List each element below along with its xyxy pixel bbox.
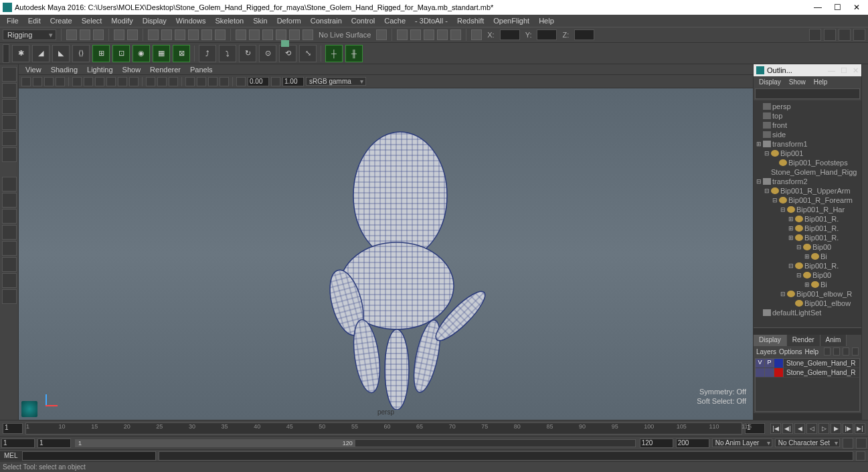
layout-three-icon[interactable] xyxy=(2,241,17,256)
step-back-icon[interactable]: ◀ xyxy=(794,423,805,434)
outliner-hscrollbar[interactable] xyxy=(754,327,861,334)
panel-lights-icon[interactable] xyxy=(118,77,127,86)
panel-wireframe-icon[interactable] xyxy=(84,77,93,86)
human-ik-icon[interactable] xyxy=(824,29,836,41)
menu-set-dropdown[interactable]: Rigging xyxy=(3,29,56,40)
snap-grid-icon[interactable] xyxy=(236,29,246,40)
outliner-node[interactable]: ⊟Bip001_R_Har xyxy=(754,205,861,214)
panel-ao-icon[interactable] xyxy=(185,77,195,86)
panel-gamma-value[interactable]: 1.00 xyxy=(282,77,304,86)
script-editor-icon[interactable] xyxy=(856,451,865,461)
panel-view[interactable]: View xyxy=(21,65,46,74)
outliner-node[interactable]: defaultLightSet xyxy=(754,308,861,317)
anim-end-input[interactable]: 200 xyxy=(676,439,709,448)
save-scene-icon[interactable] xyxy=(93,29,104,40)
outliner-display-menu[interactable]: Display xyxy=(756,78,784,86)
outliner-header[interactable]: Outlin... — ☐ ✕ xyxy=(754,64,861,76)
panel-camera-icon[interactable] xyxy=(21,77,31,86)
shelf-icon-10[interactable]: ⤴ xyxy=(199,45,216,62)
minimize-button[interactable]: — xyxy=(814,3,822,12)
outliner-node[interactable]: ⊞transform1 xyxy=(754,139,861,149)
tab-anim[interactable]: Anim xyxy=(820,335,847,346)
select-face-icon[interactable] xyxy=(215,29,226,40)
menu-create[interactable]: Create xyxy=(46,15,76,26)
panel-show[interactable]: Show xyxy=(118,65,145,74)
layer-hscrollbar[interactable] xyxy=(754,413,861,420)
menu-select[interactable]: Select xyxy=(78,15,106,26)
select-obj-icon[interactable] xyxy=(161,29,172,40)
outliner-node[interactable]: Stone_Golem_Hand_Rigg xyxy=(754,167,861,177)
scale-tool[interactable] xyxy=(2,147,17,162)
snap-magnet-icon[interactable] xyxy=(302,29,313,40)
panel-film-gate-icon[interactable] xyxy=(56,77,65,86)
menu-control[interactable]: Control xyxy=(347,15,379,26)
channel-box-icon[interactable] xyxy=(853,29,865,41)
xyz-icon[interactable] xyxy=(471,29,482,40)
current-frame-box[interactable]: 1 xyxy=(3,423,23,434)
modeling-toolkit-icon[interactable] xyxy=(809,29,821,41)
command-input[interactable] xyxy=(22,451,156,461)
panel-exposure-value[interactable]: 0.00 xyxy=(248,77,269,86)
play-forward-icon[interactable]: ▷ xyxy=(818,423,829,434)
shelf-icon-1[interactable]: ✱ xyxy=(12,45,29,62)
viewport[interactable]: persp Symmetry: Off Soft Select: Off xyxy=(19,88,753,420)
shelf-icon-6[interactable]: ⊡ xyxy=(112,45,130,62)
shelf-icon-14[interactable]: ⟲ xyxy=(279,45,296,62)
tab-display[interactable]: Display xyxy=(754,335,787,346)
layer-new-selected-icon[interactable] xyxy=(852,347,859,356)
panel-motion-blur-icon[interactable] xyxy=(197,77,206,86)
menu-3dtoall[interactable]: - 3DtoAll - xyxy=(411,15,452,26)
select-hier-icon[interactable] xyxy=(148,29,159,40)
shelf-tab-handle[interactable] xyxy=(3,44,9,63)
panel-gamma-icon[interactable] xyxy=(271,77,280,86)
layer-layers-menu[interactable]: Layers xyxy=(756,348,776,356)
select-tool[interactable] xyxy=(2,67,17,82)
layer-move-up-icon[interactable] xyxy=(824,347,831,356)
playback-end-input[interactable]: 120 xyxy=(640,439,673,448)
close-button[interactable]: ✕ xyxy=(853,3,860,12)
outliner-node[interactable]: side xyxy=(754,130,861,139)
shelf-icon-13[interactable]: ⊙ xyxy=(259,45,276,62)
outliner-filter-input[interactable] xyxy=(755,88,860,99)
layout-persp-outliner-icon[interactable] xyxy=(2,257,17,272)
panel-dof-icon[interactable] xyxy=(208,77,218,86)
outliner-node[interactable]: ⊟Bip00 xyxy=(754,270,861,280)
layout-two-v-icon[interactable] xyxy=(2,225,17,240)
lasso-tool[interactable] xyxy=(2,83,17,98)
construction-history-icon[interactable] xyxy=(397,29,408,40)
ipr-icon[interactable] xyxy=(424,29,434,40)
outliner-node[interactable]: top xyxy=(754,111,861,121)
layer-row[interactable]: VPStone_Golem_Hand_R xyxy=(756,359,859,368)
range-track[interactable]: 1 120 xyxy=(75,439,636,447)
snap-curve-icon[interactable] xyxy=(249,29,260,40)
outliner-node[interactable]: ⊞Bi xyxy=(754,252,861,261)
shelf-icon-11[interactable]: ⤵ xyxy=(219,45,236,62)
paint-select-tool[interactable] xyxy=(2,99,17,114)
play-back-icon[interactable]: ◁ xyxy=(806,423,817,434)
panel-grid-icon[interactable] xyxy=(72,77,82,86)
outliner-node[interactable]: ⊟Bip001_elbow_R xyxy=(754,289,861,299)
outliner-help-menu[interactable]: Help xyxy=(811,78,831,86)
select-vertex-icon[interactable] xyxy=(188,29,199,40)
shelf-icon-17[interactable]: ╫ xyxy=(345,45,363,62)
step-back-key-icon[interactable]: ◀| xyxy=(782,423,793,434)
outliner-node[interactable]: Bip001_elbow xyxy=(754,299,861,308)
shelf-icon-2[interactable]: ◢ xyxy=(32,45,50,62)
outliner-node[interactable]: ⊟Bip00 xyxy=(754,242,861,252)
menu-file[interactable]: File xyxy=(3,15,23,26)
panel-exposure-icon[interactable] xyxy=(236,77,246,86)
panel-bookmark-icon[interactable] xyxy=(33,77,42,86)
outliner-node[interactable]: ⊟transform2 xyxy=(754,177,861,186)
outliner-node[interactable]: ⊞Bip001_R. xyxy=(754,214,861,224)
menu-display[interactable]: Display xyxy=(139,15,171,26)
time-track[interactable]: 1101520253035404550556065707580859095100… xyxy=(25,422,742,435)
snap-plane-icon[interactable] xyxy=(276,29,286,40)
menu-constrain[interactable]: Constrain xyxy=(307,15,346,26)
undo-icon[interactable] xyxy=(114,29,124,40)
panel-isolate-icon[interactable] xyxy=(146,77,155,86)
layer-new-empty-icon[interactable] xyxy=(843,347,849,356)
outliner-close-icon[interactable]: ✕ xyxy=(853,66,859,75)
layer-row[interactable]: Stone_Golem_Hand_R xyxy=(756,368,859,378)
open-scene-icon[interactable] xyxy=(80,29,90,40)
outliner-node[interactable]: ⊟Bip001 xyxy=(754,149,861,158)
